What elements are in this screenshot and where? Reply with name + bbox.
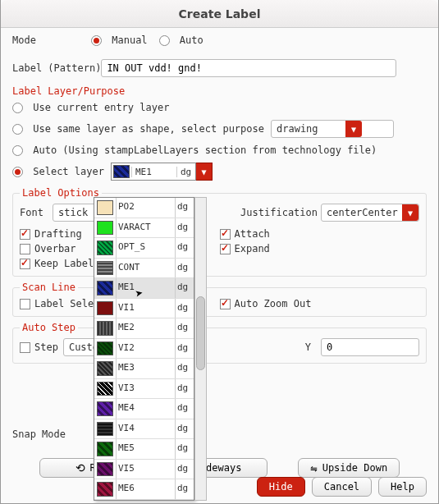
justification-value: centerCenter [322, 204, 402, 221]
drafting-text: Drafting [34, 228, 82, 240]
mode-manual-text: Manual [112, 34, 147, 46]
layer-option-me6[interactable]: ME6dg [94, 479, 194, 500]
font-label: Font [20, 207, 53, 218]
layer-swatch-icon [97, 221, 113, 236]
layer-purpose: dg [176, 379, 194, 399]
layer-option-me5[interactable]: ME5dg [94, 439, 194, 460]
layer-swatch-icon [97, 361, 113, 376]
overbar-text: Overbar [34, 243, 76, 254]
layer-opt-same-text: Use same layer as shape, select purpose [33, 123, 264, 135]
layer-swatch-icon [97, 261, 113, 276]
mode-auto-radio[interactable]: Auto [159, 34, 203, 46]
help-button[interactable]: Help [378, 477, 427, 497]
y-label: Y [305, 341, 311, 353]
layer-purpose: dg [176, 339, 194, 359]
overbar-check[interactable]: Overbar [20, 243, 76, 254]
layer-purpose: dg [176, 399, 194, 419]
layer-name: ME2 [116, 318, 176, 338]
layer-name: VI2 [116, 339, 176, 359]
autozoom-text: Auto Zoom Out [235, 298, 312, 309]
chevron-down-icon[interactable]: ▼ [402, 204, 418, 221]
layer-option-opt_s[interactable]: OPT_Sdg [94, 238, 194, 259]
justification-label: Justification [240, 207, 318, 218]
layer-purpose: dg [176, 238, 194, 258]
chevron-down-icon[interactable]: ▼ [345, 121, 362, 137]
justification-select[interactable]: centerCenter ▼ [321, 204, 419, 222]
layer-purpose: dg [176, 419, 194, 439]
layer-option-vi2[interactable]: VI2dg [94, 339, 194, 360]
layer-swatch-icon [113, 165, 130, 178]
layer-name: VI5 [116, 460, 176, 479]
attach-check[interactable]: Attach [220, 228, 270, 240]
autozoom-check[interactable]: Auto Zoom Out [220, 298, 312, 309]
layer-opt-same[interactable]: Use same layer as shape, select purpose [12, 123, 264, 135]
attach-text: Attach [235, 228, 270, 240]
layer-swatch-icon [97, 422, 113, 437]
layer-name: ME4 [116, 399, 176, 419]
layer-option-me4[interactable]: ME4dg [94, 399, 194, 419]
layer-purpose: dg [176, 198, 194, 218]
upsidedown-text: Upside Down [322, 462, 387, 474]
layer-name: ME6 [116, 479, 176, 499]
chevron-down-icon[interactable]: ▼ [196, 163, 213, 181]
layer-option-vi4[interactable]: VI4dg [94, 419, 194, 440]
layer-dropdown-scrollbar[interactable] [194, 197, 207, 501]
label-options-group: Label Options Font stick ▾ Justification… [12, 187, 427, 277]
flip-icon: ⇋ [310, 462, 317, 474]
layer-option-vi1[interactable]: VI1dg [94, 299, 194, 319]
autostep-group: Auto Step Step Custom ▾ Y [12, 322, 427, 364]
keeplabel-check[interactable]: Keep Label [20, 258, 94, 269]
layer-swatch-icon [97, 482, 113, 497]
scanline-group: Scan Line Label Selected Auto Zoom Out [12, 282, 427, 317]
layer-opt-auto-text: Auto (Using stampLabelLayers section fro… [33, 144, 377, 156]
layer-swatch-icon [97, 301, 113, 316]
window-title: Create Label [1, 0, 438, 28]
layer-name: VI3 [116, 379, 176, 399]
layer-option-vi5[interactable]: VI5dg [94, 460, 194, 480]
layer-swatch-icon [97, 241, 113, 255]
mode-label: Mode [12, 34, 91, 46]
layer-purpose: dg [176, 479, 194, 499]
layer-name: ME5 [116, 439, 176, 459]
layer-opt-auto[interactable]: Auto (Using stampLabelLayers section fro… [12, 144, 377, 156]
snapmode-label: Snap Mode [12, 428, 66, 440]
upsidedown-button[interactable]: ⇋ Upside Down [298, 458, 400, 478]
layer-opt-select[interactable]: Select layer [12, 166, 104, 177]
cancel-button[interactable]: Cancel [312, 477, 372, 497]
keeplabel-text: Keep Label [34, 258, 94, 269]
layer-name: CONT [116, 259, 176, 278]
hide-button[interactable]: Hide [257, 477, 305, 497]
y-input[interactable] [321, 338, 419, 356]
purpose-select[interactable]: drawing ▼ [271, 120, 394, 138]
layer-swatch-icon [97, 382, 113, 396]
layer-opt-select-text: Select layer [33, 166, 104, 177]
layer-opt-current[interactable]: Use current entry layer [12, 102, 169, 113]
autostep-title: Auto Step [20, 322, 78, 333]
layer-select[interactable]: ME1 dg ▼ [111, 163, 213, 181]
mode-auto-text: Auto [180, 34, 203, 46]
layer-swatch-icon [97, 442, 113, 456]
label-pattern-input[interactable] [101, 59, 396, 77]
layer-purpose: dg [176, 218, 194, 238]
scrollbar-thumb[interactable] [196, 296, 205, 370]
layer-name: OPT_S [116, 238, 176, 258]
layer-dropdown[interactable]: PO2dgVARACTdgOPT_SdgCONTdgME1dgVI1dgME2d… [94, 197, 194, 501]
layer-name: ME3 [116, 359, 176, 378]
layer-option-me1[interactable]: ME1dg [94, 278, 194, 299]
rotate-icon: ⟲ [75, 462, 85, 474]
layer-option-me3[interactable]: ME3dg [94, 359, 194, 379]
layer-swatch-icon [97, 401, 113, 416]
layer-option-me2[interactable]: ME2dg [94, 318, 194, 339]
layer-option-varact[interactable]: VARACTdg [94, 218, 194, 239]
expand-check[interactable]: Expand [220, 243, 270, 254]
layer-option-vi3[interactable]: VI3dg [94, 379, 194, 400]
mode-manual-radio[interactable]: Manual [91, 34, 148, 46]
step-check[interactable]: Step [20, 341, 58, 353]
layer-option-po2[interactable]: PO2dg [94, 198, 194, 218]
layer-purpose: dg [176, 299, 194, 318]
drafting-check[interactable]: Drafting [20, 228, 82, 240]
layer-option-cont[interactable]: CONTdg [94, 259, 194, 279]
layer-swatch-icon [97, 281, 113, 296]
layer-section-title: Label Layer/Purpose [12, 85, 427, 97]
layer-purpose: dg [176, 318, 194, 338]
